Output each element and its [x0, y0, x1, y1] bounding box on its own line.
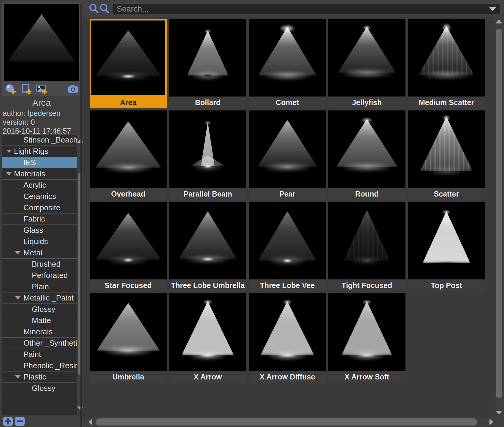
tree-item-label: Glossy [32, 305, 55, 314]
tree-item[interactable]: Brushed [2, 259, 77, 270]
tree-item-label: Composite [23, 203, 60, 212]
tree-item[interactable]: Materials [2, 168, 77, 180]
tree-item[interactable]: Glass [2, 225, 77, 236]
library-item[interactable]: X Arrow [169, 293, 246, 383]
ies-thumbnail [249, 293, 326, 371]
expander-triangle-icon[interactable] [15, 296, 20, 300]
tree-item-label: Perforated [32, 271, 68, 280]
tree-item[interactable]: Glossy [2, 383, 77, 394]
library-item[interactable]: Three Lobe Umbrella [169, 202, 246, 291]
scroll-down-arrow-icon[interactable] [496, 411, 502, 415]
tree-scrollbar [77, 134, 83, 415]
tree-item[interactable]: Paint [2, 349, 77, 360]
ies-thumbnail [408, 202, 485, 279]
ies-thumbnail [169, 110, 246, 188]
scroll-up-arrow-icon[interactable] [496, 20, 502, 23]
library-item[interactable]: Star Focused [90, 202, 167, 291]
asset-library-window: Area author: lpedersen version: 0 2016-1… [0, 0, 504, 427]
add-button[interactable] [3, 417, 13, 426]
tree-item-label: Metal [23, 248, 42, 257]
library-item-label: Bollard [169, 97, 246, 108]
ies-thumbnail [408, 110, 485, 188]
tree-item[interactable]: Plain [2, 281, 77, 292]
library-item-label: Jellyfish [328, 97, 405, 108]
tree-item[interactable]: Other _Synthetics [2, 338, 77, 349]
grid-vertical-scrollbar [495, 17, 503, 416]
library-toolbar [83, 0, 504, 17]
library-item[interactable]: Medium Scatter [408, 19, 485, 108]
panel-splitter[interactable] [80, 4, 82, 427]
ies-thumbnail [249, 202, 326, 279]
ies-thumbnail [328, 110, 405, 188]
tree-item[interactable]: Matte [2, 315, 77, 326]
tree-item[interactable]: IES [2, 157, 77, 168]
tree-item[interactable]: Minerals [2, 326, 77, 338]
tree-item-label: Stinson _Beach [23, 135, 77, 145]
tree-item[interactable]: Metallic _Paint [2, 292, 77, 304]
library-item[interactable]: Area [90, 19, 167, 108]
tree-item[interactable]: Metal [2, 247, 77, 259]
add-document-icon[interactable] [21, 84, 31, 94]
add-material-icon[interactable] [5, 84, 16, 94]
grid-horizontal-scrollbar [86, 417, 495, 426]
grid-hscrollbar-thumb[interactable] [96, 418, 477, 426]
selected-asset-title: Area [0, 98, 83, 108]
zoom-out-icon[interactable] [99, 3, 110, 14]
scroll-right-arrow-icon[interactable] [489, 419, 493, 425]
asset-author: author: lpedersen [3, 109, 71, 118]
tree-item-label: IES [23, 158, 36, 167]
tree-item-label: Paint [23, 350, 41, 359]
ies-thumbnail [90, 19, 167, 97]
tree-item[interactable]: Light Rigs [2, 146, 77, 157]
search-dropdown-icon[interactable] [489, 7, 496, 11]
library-item[interactable]: Tight Focused [328, 202, 405, 291]
expander-triangle-icon[interactable] [6, 172, 12, 175]
search-field [112, 4, 501, 14]
tree-item[interactable]: Phenolic _Resin [2, 360, 77, 371]
camera-icon[interactable] [68, 84, 78, 94]
tree-item-label: Materials [14, 169, 45, 178]
add-image-icon[interactable] [36, 84, 47, 94]
tree-item-label: Matte [32, 316, 51, 325]
tree-item-label: Light Rigs [14, 147, 48, 156]
library-item[interactable]: Three Lobe Vee [249, 202, 326, 291]
tree-item[interactable]: Glossy [2, 304, 77, 315]
tree-item[interactable]: Fabric [2, 213, 77, 225]
library-item[interactable]: Pear [249, 110, 326, 200]
category-tree: Stinson _Beach Light Rigs IES Materials … [2, 134, 77, 415]
tree-item[interactable]: Perforated [2, 270, 77, 281]
library-item[interactable]: Round [328, 110, 405, 200]
scroll-left-arrow-icon[interactable] [88, 419, 92, 425]
tree-item[interactable]: Composite [2, 202, 77, 213]
zoom-in-icon[interactable] [88, 3, 99, 14]
search-input[interactable] [112, 4, 489, 14]
library-item[interactable]: X Arrow Soft [328, 293, 405, 383]
library-item[interactable]: Parallel Beam [169, 110, 246, 200]
expander-triangle-icon[interactable] [6, 150, 12, 153]
tree-item[interactable]: Stinson _Beach [2, 135, 77, 146]
library-item[interactable]: Bollard [169, 19, 246, 108]
library-item-label: Top Post [408, 279, 485, 291]
library-item[interactable]: Overhead [90, 110, 167, 200]
asset-version: version: 0 [3, 118, 71, 126]
library-item[interactable]: Umbrella [90, 293, 167, 383]
library-item-label: Comet [249, 97, 326, 108]
tree-item-label: Glass [23, 226, 43, 235]
grid-vscrollbar-thumb[interactable] [496, 29, 502, 398]
library-item[interactable]: Scatter [408, 110, 485, 200]
remove-button[interactable] [15, 417, 25, 426]
library-item[interactable]: Comet [249, 19, 326, 108]
tree-item-label: Phenolic _Resin [23, 361, 77, 370]
library-item[interactable]: Jellyfish [328, 19, 405, 108]
ies-thumbnail [408, 19, 485, 97]
ies-thumbnail [249, 19, 326, 97]
tree-item[interactable]: Acrylic [2, 180, 77, 191]
tree-item[interactable]: Ceramics [2, 191, 77, 202]
library-item[interactable]: X Arrow Diffuse [249, 293, 326, 383]
tree-item[interactable]: Plastic [2, 371, 77, 383]
library-item-label: X Arrow [169, 371, 246, 383]
expander-triangle-icon[interactable] [15, 251, 20, 254]
tree-item[interactable]: Liquids [2, 236, 77, 247]
expander-triangle-icon[interactable] [15, 375, 20, 379]
library-item[interactable]: Top Post [408, 202, 485, 291]
